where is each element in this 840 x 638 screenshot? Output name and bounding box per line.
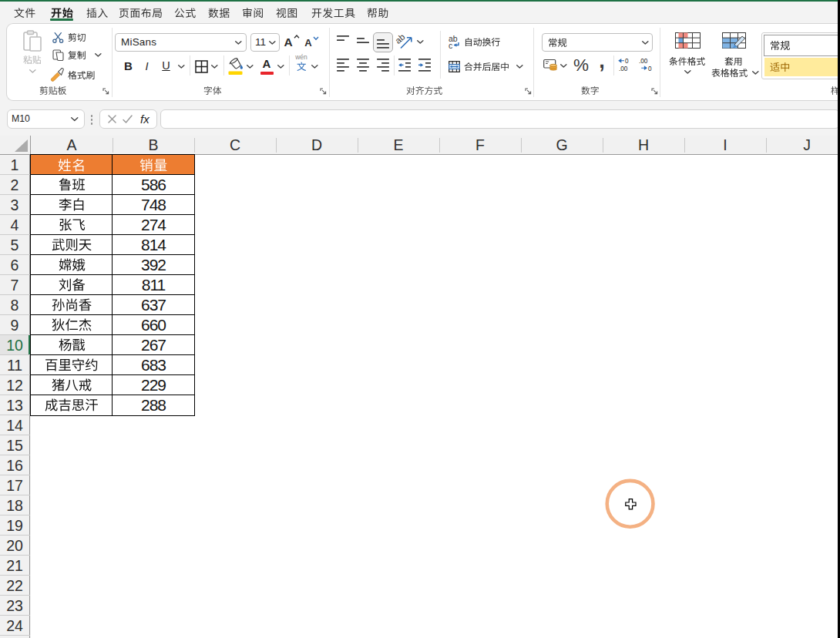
svg-text:.00: .00 [639,58,648,65]
svg-text:.00: .00 [619,65,628,72]
svg-text:0: 0 [625,58,629,65]
svg-text:0: 0 [648,65,652,72]
svg-text:c: c [449,41,452,50]
